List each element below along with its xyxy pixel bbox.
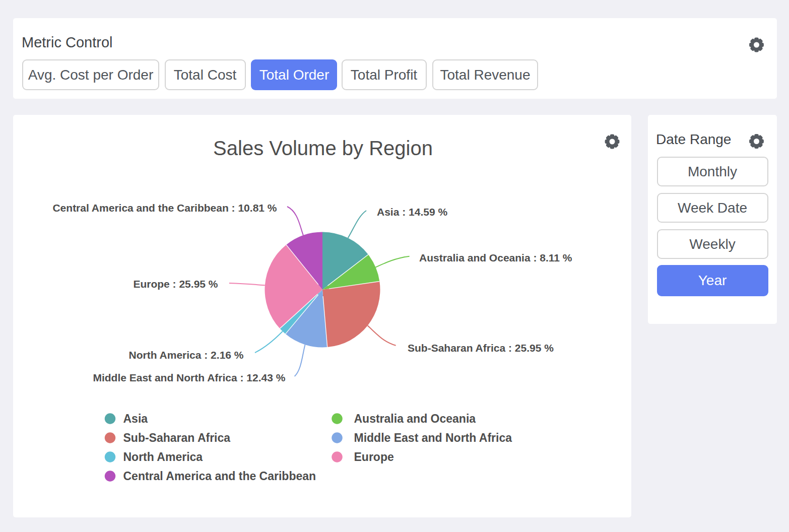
svg-text:Asia : 14.59 %: Asia : 14.59 % <box>377 206 447 218</box>
svg-text:Metric Control: Metric Control <box>22 34 113 50</box>
svg-text:Central America and the Caribb: Central America and the Caribbean : 10.8… <box>52 202 277 214</box>
svg-text:Total Profit: Total Profit <box>351 67 417 83</box>
svg-text:Total Cost: Total Cost <box>174 67 237 83</box>
svg-text:Central America and the Caribb: Central America and the Caribbean <box>123 470 316 483</box>
svg-text:Sub-Saharan Africa : 25.95 %: Sub-Saharan Africa : 25.95 % <box>408 342 554 354</box>
svg-text:Date Range: Date Range <box>656 131 731 147</box>
svg-text:Sub-Saharan Africa: Sub-Saharan Africa <box>123 431 231 444</box>
svg-text:Europe: Europe <box>354 450 394 463</box>
svg-text:Australia and Oceania : 8.11 %: Australia and Oceania : 8.11 % <box>419 252 572 263</box>
svg-text:North America : 2.16 %: North America : 2.16 % <box>129 349 244 361</box>
svg-text:Sales Volume by Region: Sales Volume by Region <box>213 137 433 159</box>
svg-text:Total Order: Total Order <box>259 67 330 83</box>
svg-text:Avg. Cost per Order: Avg. Cost per Order <box>28 67 153 83</box>
svg-text:Total Revenue: Total Revenue <box>440 67 530 83</box>
svg-text:Europe : 25.95 %: Europe : 25.95 % <box>133 278 218 290</box>
svg-text:Week Date: Week Date <box>678 200 747 216</box>
svg-text:Australia and Oceania: Australia and Oceania <box>354 412 476 425</box>
svg-text:Weekly: Weekly <box>689 236 735 252</box>
svg-text:Year: Year <box>698 273 727 288</box>
svg-text:Asia: Asia <box>123 412 148 425</box>
svg-text:Middle East and North Africa: Middle East and North Africa <box>354 431 512 444</box>
svg-text:North America: North America <box>123 450 203 463</box>
svg-text:Monthly: Monthly <box>688 164 737 179</box>
svg-text:Middle East and North Africa :: Middle East and North Africa : 12.43 % <box>93 372 285 383</box>
